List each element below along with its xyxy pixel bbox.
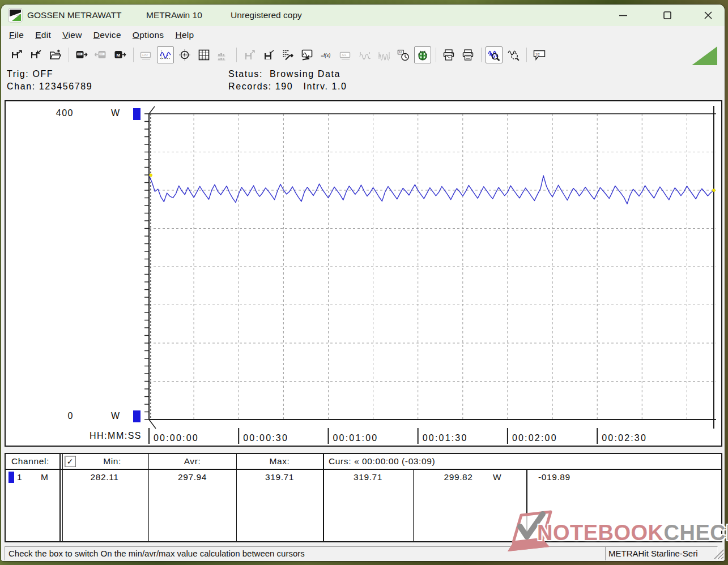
records-status: Records: 190 Intrv. 1.0 xyxy=(228,82,347,92)
minimize-button[interactable] xyxy=(615,9,632,22)
toolbar-button-open-file[interactable] xyxy=(8,46,25,63)
menu-item-device[interactable]: Device xyxy=(88,28,127,42)
toolbar-separator xyxy=(436,48,436,62)
table-header-divider xyxy=(6,469,721,470)
toolbar-separator xyxy=(526,48,527,62)
channel-status: Chan: 123456789 xyxy=(7,82,92,92)
toolbar-button-channel-setup[interactable] xyxy=(279,46,296,63)
toolbar-button-write-device[interactable]: 321 xyxy=(92,46,109,63)
toolbar-button-curve-view[interactable] xyxy=(157,46,174,63)
toolbar-button-zoom-curve[interactable] xyxy=(486,46,503,63)
value-cursor1: 319.71 xyxy=(323,472,413,482)
svg-text:12: 12 xyxy=(399,50,402,54)
table-vline xyxy=(59,454,61,541)
table-vline xyxy=(236,454,237,541)
toolbar-button-time-setup[interactable]: 12 xyxy=(395,46,412,63)
license-badge: Unregistered copy xyxy=(231,10,302,20)
check-icon: ✓ xyxy=(67,457,74,466)
close-button[interactable] xyxy=(700,9,717,22)
toolbar-button-print-preview[interactable] xyxy=(440,46,457,63)
measurement-table: Channel: ✓ Min: Avr: Max: Curs: « 00:00:… xyxy=(5,453,722,542)
menu-bar: FileEditViewDeviceOptionsHelp xyxy=(1,26,725,44)
table-vline xyxy=(62,454,63,541)
chart-plot[interactable]: 00:00:0000:00:3000:01:0000:01:3000:02:00… xyxy=(6,101,721,446)
cursor-1-dot xyxy=(149,174,152,177)
chart-panel: 400 W 0 W 00:00:0000:00:3000:01:0000:01:… xyxy=(5,100,722,447)
minmax-checkbox[interactable]: ✓ xyxy=(65,456,76,467)
toolbar-separator xyxy=(69,48,69,62)
toolbar-button-annotations[interactable]: 1/2 xyxy=(531,46,548,63)
axis-ticks xyxy=(144,114,149,420)
app-title: GOSSEN METRAWATT xyxy=(27,10,121,20)
toolbar-separator xyxy=(133,48,134,62)
col-header-channel: Channel: xyxy=(11,456,49,466)
toolbar-corner-triangle xyxy=(691,46,717,66)
toolbar-button-multi-wave[interactable] xyxy=(376,46,393,63)
toolbar-button-table-view[interactable] xyxy=(195,46,212,63)
toolbar-button-record-bug[interactable] xyxy=(414,46,431,63)
maximize-button[interactable] xyxy=(659,9,676,22)
toolbar-button-formula[interactable]: =f(x) xyxy=(318,46,335,63)
svg-text:M: M xyxy=(117,52,121,57)
close-icon xyxy=(703,10,713,20)
channel-mode: M xyxy=(41,472,49,482)
toolbar-button-single-wave[interactable] xyxy=(356,46,373,63)
value-unit: W xyxy=(493,472,501,482)
svg-text:321: 321 xyxy=(78,53,81,55)
table-vline xyxy=(323,454,324,541)
toolbar-button-display-321[interactable]: 321 xyxy=(337,46,354,63)
toolbar-button-read-device[interactable]: 321 xyxy=(73,46,90,63)
toolbar-button-open-folder[interactable] xyxy=(47,46,64,63)
menu-item-help[interactable]: Help xyxy=(169,28,199,42)
svg-text:1/2: 1/2 xyxy=(535,52,540,55)
channel-row-marker xyxy=(8,472,14,483)
toolbar-button-save-file[interactable] xyxy=(28,46,45,63)
statusbar-device: METRAHit Starline-Seri xyxy=(605,546,718,560)
app-logo-icon xyxy=(8,8,23,23)
toolbar-button-log-to-disk[interactable] xyxy=(260,46,277,63)
value-max: 319.71 xyxy=(236,472,323,482)
x-tick-labels: 00:00:0000:00:3000:01:0000:01:3000:02:00… xyxy=(149,428,647,444)
svg-text:321: 321 xyxy=(342,53,347,57)
toolbar-button-histogram-view[interactable] xyxy=(215,46,232,63)
svg-text:00:01:00: 00:01:00 xyxy=(333,433,378,443)
col-header-cursors: Curs: « 00:00:00 (-03:09) xyxy=(329,456,435,466)
status-bar: Check the box to switch On the min/avr/m… xyxy=(1,546,725,561)
menu-item-options[interactable]: Options xyxy=(127,28,170,42)
menu-item-view[interactable]: View xyxy=(57,28,88,42)
title-bar[interactable]: GOSSEN METRAWATT METRAwin 10 Unregistere… xyxy=(1,5,725,26)
menu-item-edit[interactable]: Edit xyxy=(29,28,57,42)
toolbar-separator xyxy=(481,48,482,62)
col-header-max: Max: xyxy=(236,456,323,466)
svg-text:00:01:30: 00:01:30 xyxy=(423,433,468,443)
svg-text:321: 321 xyxy=(100,53,103,55)
channel-number: 1 xyxy=(17,472,22,482)
toolbar-button-xy-view[interactable] xyxy=(176,46,193,63)
toolbar-button-monitor-setup[interactable] xyxy=(299,46,316,63)
grid-lines xyxy=(149,114,716,420)
toolbar-separator xyxy=(236,48,237,62)
toolbar-button-zoom-select[interactable] xyxy=(505,46,522,63)
status-panel: Trig: OFF Chan: 123456789 Status: Browsi… xyxy=(1,65,725,100)
cursor-2-dot xyxy=(712,189,715,192)
toolbar-button-print[interactable] xyxy=(459,46,476,63)
table-vline xyxy=(526,470,527,541)
toolbar-button-export-disk[interactable] xyxy=(241,46,258,63)
series-line xyxy=(149,175,714,204)
product-title: METRAwin 10 xyxy=(146,10,202,20)
app-window: GOSSEN METRAWATT METRAwin 10 Unregistere… xyxy=(1,5,725,561)
col-header-min: Min: xyxy=(76,456,148,466)
maximize-icon xyxy=(662,10,672,20)
svg-text:00:02:00: 00:02:00 xyxy=(512,433,557,443)
col-header-avr: Avr: xyxy=(148,456,236,466)
svg-text:00:00:00: 00:00:00 xyxy=(154,433,199,443)
svg-text:00:02:30: 00:02:30 xyxy=(602,433,647,443)
menu-item-file[interactable]: File xyxy=(3,28,29,42)
trigger-status: Trig: OFF xyxy=(7,69,53,79)
value-delta: -019.89 xyxy=(538,472,571,482)
toolbar-button-read-memory[interactable]: M xyxy=(112,46,129,63)
value-cursor2: 299.82 xyxy=(413,472,504,482)
svg-text:00:00:30: 00:00:30 xyxy=(243,433,288,443)
toolbar: 321321M1257=f(x)321121/2 xyxy=(1,44,725,66)
toolbar-button-numeric-display[interactable]: 1257 xyxy=(138,46,155,63)
